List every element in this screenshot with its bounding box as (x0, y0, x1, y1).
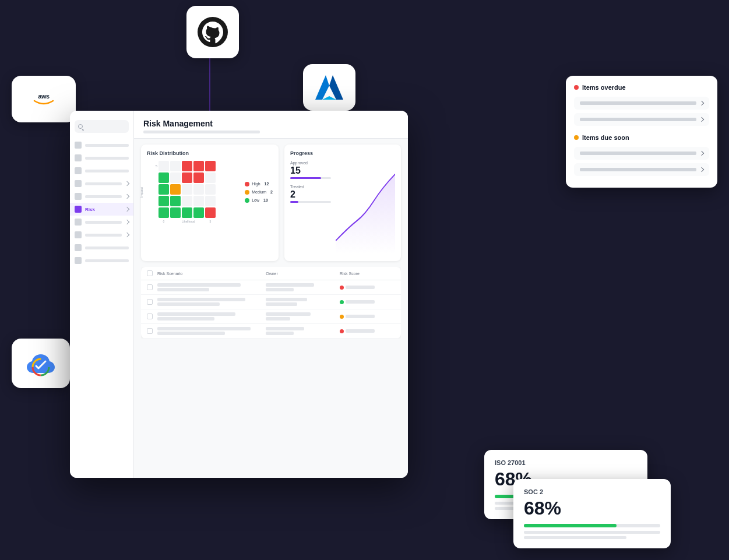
risk-table-card: Risk Scenario Owner Risk Score (141, 267, 401, 339)
gcloud-logo (12, 339, 70, 388)
sidebar-item-label (85, 182, 122, 185)
due-soon-item-2[interactable] (574, 163, 709, 176)
svg-marker-7 (329, 75, 343, 100)
soc-sub-bars (524, 531, 660, 539)
sidebar-item-list[interactable] (70, 152, 133, 164)
legend-medium: Medium 2 (245, 190, 273, 195)
search-icon (78, 124, 83, 129)
chevron-right-icon (699, 167, 704, 172)
due-soon-item-1[interactable] (574, 147, 709, 160)
medium-dot (245, 190, 249, 195)
sidebar-item-label (85, 246, 129, 249)
page-title: Risk Management (143, 119, 399, 128)
page-header: Risk Management (134, 111, 408, 139)
items-due-soon-header: Items due soon (574, 134, 709, 141)
chevron-right-icon (125, 194, 129, 199)
home-icon (75, 142, 82, 149)
score-dot-green (340, 300, 344, 304)
sidebar-item-home[interactable] (70, 139, 133, 152)
soc-progress-fill (524, 524, 617, 527)
svg-marker-8 (322, 96, 336, 100)
document-icon (75, 167, 82, 174)
table-row[interactable] (141, 324, 401, 339)
overdue-title: Items overdue (582, 84, 626, 91)
sidebar-item-label (85, 195, 122, 198)
sidebar-item-label (85, 157, 129, 160)
header-checkbox[interactable] (147, 270, 153, 276)
treated-label: Treated (290, 185, 331, 189)
chevron-right-icon (699, 117, 704, 122)
table-row[interactable] (141, 280, 401, 295)
legend-medium-count: 2 (270, 190, 273, 194)
panel-overdue: Items overdue Items due soon (566, 76, 717, 188)
svg-marker-6 (315, 75, 329, 100)
app-window: Risk Risk Management (70, 111, 408, 478)
database-icon (75, 219, 82, 226)
gcloud-icon (23, 350, 58, 378)
progress-card-title: Progress (290, 150, 395, 156)
risk-icon (75, 206, 82, 213)
high-dot (245, 182, 249, 186)
sidebar-item-risk[interactable]: Risk (70, 203, 133, 216)
sidebar-item-monitor[interactable] (70, 228, 133, 241)
sidebar-item-label (85, 170, 129, 172)
sidebar-item-label (85, 221, 122, 224)
azure-icon (314, 74, 344, 101)
sidebar-item-database[interactable] (70, 216, 133, 228)
risk-distribution-card: Risk Distribution Impact 5 (141, 145, 279, 261)
content-area: Risk Distribution Impact 5 (134, 139, 408, 478)
cards-row: Risk Distribution Impact 5 (141, 145, 401, 261)
risk-matrix: Impact 5 (147, 161, 240, 223)
overdue-item-1[interactable] (574, 97, 709, 110)
soc-progress-bar (524, 524, 660, 527)
soc-title: SOC 2 (524, 488, 660, 495)
iso-title: ISO 27001 (495, 459, 637, 466)
list-icon (75, 154, 82, 161)
svg-point-5 (198, 17, 228, 47)
sidebar-item-shield[interactable] (70, 190, 133, 203)
due-soon-dot (574, 135, 579, 140)
low-dot (245, 198, 249, 203)
y-axis-label: Impact (140, 186, 143, 197)
score-dot-yellow (340, 315, 344, 319)
chevron-right-icon (699, 151, 704, 156)
legend-low: Low 10 (245, 198, 273, 203)
shield-icon (75, 193, 82, 200)
legend-high-label: High (252, 182, 260, 186)
overdue-item-2[interactable] (574, 113, 709, 126)
soc-card: SOC 2 68% (513, 479, 671, 548)
chart-icon (75, 244, 82, 251)
risk-grid-container: Impact 5 (147, 161, 273, 223)
sidebar-item-chart[interactable] (70, 241, 133, 254)
sidebar-item-document[interactable] (70, 164, 133, 177)
approved-stat: Approved 15 (290, 161, 331, 179)
progress-stats: Approved 15 Treated 2 (290, 161, 331, 254)
chevron-right-icon (125, 220, 129, 224)
chevron-right-icon (125, 233, 129, 237)
header-subtitle-bar (143, 131, 260, 133)
score-dot-red (340, 286, 344, 290)
sidebar-item-gear[interactable] (70, 254, 133, 267)
risk-legend: High 12 Medium 2 Low 10 (245, 161, 273, 223)
overdue-dot (574, 85, 579, 90)
monitor-icon (75, 231, 82, 238)
azure-logo (303, 64, 355, 111)
progress-chart (336, 161, 395, 254)
sidebar-item-calendar[interactable] (70, 177, 133, 190)
col-score: Risk Score (340, 272, 395, 276)
legend-medium-label: Medium (252, 190, 266, 194)
approved-label: Approved (290, 161, 331, 165)
due-soon-title: Items due soon (582, 134, 629, 141)
soc-percent: 68% (524, 498, 660, 519)
table-row[interactable] (141, 295, 401, 309)
gear-icon (75, 257, 82, 264)
github-logo (186, 6, 239, 58)
chevron-right-icon (125, 207, 129, 212)
sidebar: Risk (70, 111, 134, 478)
table-row[interactable] (141, 309, 401, 324)
search-bar[interactable] (75, 120, 129, 133)
score-dot-red (340, 329, 344, 333)
col-scenario: Risk Scenario (157, 272, 261, 276)
bottom-table-area: Risk Scenario Owner Risk Score (141, 267, 401, 339)
legend-high: High 12 (245, 182, 273, 186)
